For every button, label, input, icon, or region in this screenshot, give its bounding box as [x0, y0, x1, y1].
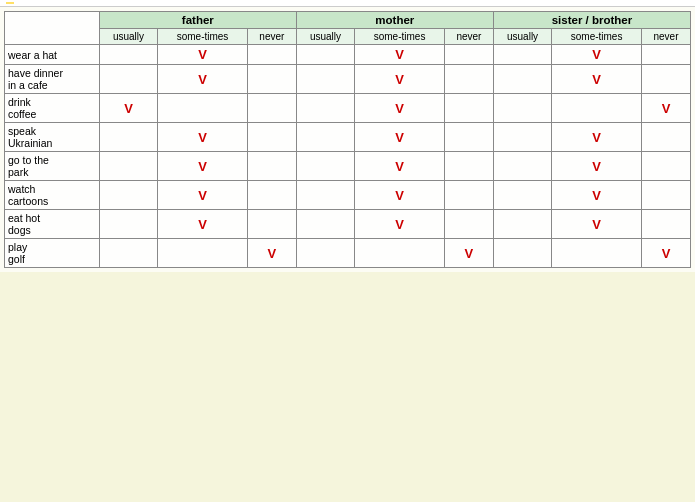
check-cell — [247, 123, 296, 152]
table-row: wear a hatVVV — [5, 45, 691, 65]
check-cell: V — [355, 210, 445, 239]
check-cell — [296, 210, 354, 239]
table-row: go to the parkVVV — [5, 152, 691, 181]
check-cell — [247, 210, 296, 239]
check-mark: V — [198, 130, 207, 145]
check-cell: V — [355, 65, 445, 94]
check-cell — [296, 94, 354, 123]
check-cell: V — [552, 210, 642, 239]
check-cell — [99, 152, 157, 181]
check-mark: V — [592, 130, 601, 145]
activity-cell: eat hot dogs — [5, 210, 100, 239]
check-cell — [296, 65, 354, 94]
check-cell: V — [355, 152, 445, 181]
check-cell: V — [158, 45, 248, 65]
mother-never: never — [444, 29, 493, 45]
check-cell — [444, 94, 493, 123]
check-mark: V — [592, 159, 601, 174]
activity-cell: watch cartoons — [5, 181, 100, 210]
check-cell: V — [158, 65, 248, 94]
check-cell: V — [552, 181, 642, 210]
check-cell: V — [552, 45, 642, 65]
check-cell: V — [355, 94, 445, 123]
table-row: eat hot dogsVVV — [5, 210, 691, 239]
check-cell — [444, 152, 493, 181]
check-cell — [552, 94, 642, 123]
check-cell — [247, 181, 296, 210]
check-mark: V — [198, 217, 207, 232]
check-cell: V — [552, 123, 642, 152]
check-cell — [552, 239, 642, 268]
check-mark: V — [395, 72, 404, 87]
check-mark: V — [662, 246, 671, 261]
check-cell — [247, 45, 296, 65]
check-mark: V — [198, 159, 207, 174]
page-number — [6, 2, 14, 4]
table-row: watch cartoonsVVV — [5, 181, 691, 210]
father-header: father — [99, 12, 296, 29]
check-cell — [641, 181, 690, 210]
check-cell — [99, 123, 157, 152]
page-header — [0, 0, 695, 7]
check-cell: V — [552, 65, 642, 94]
check-mark: V — [268, 246, 277, 261]
activity-cell: drink coffee — [5, 94, 100, 123]
check-mark: V — [592, 47, 601, 62]
table-row: have dinner in a cafeVVV — [5, 65, 691, 94]
father-never: never — [247, 29, 296, 45]
check-cell — [493, 239, 551, 268]
check-mark: V — [124, 101, 133, 116]
check-cell — [641, 123, 690, 152]
table-container: father mother sister / brother usually s… — [0, 7, 695, 272]
activity-table: father mother sister / brother usually s… — [4, 11, 691, 268]
check-mark: V — [198, 72, 207, 87]
check-cell: V — [355, 181, 445, 210]
father-usually: usually — [99, 29, 157, 45]
check-cell — [296, 152, 354, 181]
check-cell — [493, 181, 551, 210]
table-row: drink coffeeVVV — [5, 94, 691, 123]
check-cell — [493, 152, 551, 181]
check-cell: V — [355, 45, 445, 65]
check-cell — [99, 210, 157, 239]
sibling-header: sister / brother — [493, 12, 690, 29]
check-mark: V — [395, 47, 404, 62]
check-cell — [99, 45, 157, 65]
check-cell — [247, 152, 296, 181]
check-mark: V — [662, 101, 671, 116]
check-cell: V — [158, 123, 248, 152]
check-mark: V — [395, 188, 404, 203]
check-cell — [158, 94, 248, 123]
activity-header — [5, 12, 100, 45]
check-cell — [355, 239, 445, 268]
check-mark: V — [592, 72, 601, 87]
sibling-sometimes: some-times — [552, 29, 642, 45]
mother-sometimes: some-times — [355, 29, 445, 45]
check-cell: V — [641, 239, 690, 268]
check-cell — [444, 181, 493, 210]
check-mark: V — [395, 159, 404, 174]
check-cell — [296, 239, 354, 268]
table-row: speak UkrainianVVV — [5, 123, 691, 152]
check-cell: V — [158, 181, 248, 210]
check-cell — [296, 45, 354, 65]
check-mark: V — [198, 47, 207, 62]
table-row: play golfVVV — [5, 239, 691, 268]
check-cell — [444, 45, 493, 65]
check-cell: V — [247, 239, 296, 268]
activity-cell: play golf — [5, 239, 100, 268]
check-cell — [641, 152, 690, 181]
activity-cell: go to the park — [5, 152, 100, 181]
check-mark: V — [395, 130, 404, 145]
check-mark: V — [592, 217, 601, 232]
check-cell — [493, 45, 551, 65]
check-cell: V — [99, 94, 157, 123]
check-cell — [296, 123, 354, 152]
activity-cell: speak Ukrainian — [5, 123, 100, 152]
check-cell — [493, 123, 551, 152]
check-cell — [99, 181, 157, 210]
check-mark: V — [592, 188, 601, 203]
check-cell — [158, 239, 248, 268]
check-cell — [247, 65, 296, 94]
sibling-never: never — [641, 29, 690, 45]
